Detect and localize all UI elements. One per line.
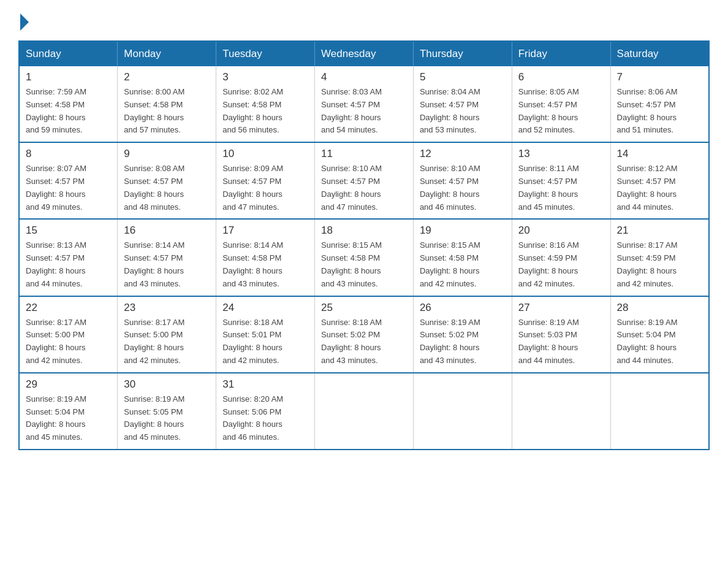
- day-info: Sunrise: 8:19 AMSunset: 5:04 PMDaylight:…: [26, 393, 111, 444]
- day-info: Sunrise: 8:19 AMSunset: 5:04 PMDaylight:…: [617, 316, 702, 367]
- day-info: Sunrise: 8:15 AMSunset: 4:58 PMDaylight:…: [321, 239, 407, 290]
- day-info: Sunrise: 8:11 AMSunset: 4:57 PMDaylight:…: [518, 163, 604, 213]
- weekday-header-tuesday: Tuesday: [216, 41, 315, 66]
- day-info: Sunrise: 8:15 AMSunset: 4:58 PMDaylight:…: [420, 239, 506, 290]
- day-number: 13: [518, 148, 604, 160]
- calendar-cell: 4 Sunrise: 8:03 AMSunset: 4:57 PMDayligh…: [315, 66, 414, 142]
- day-info: Sunrise: 7:59 AMSunset: 4:58 PMDaylight:…: [26, 86, 111, 137]
- calendar-week-row: 1 Sunrise: 7:59 AMSunset: 4:58 PMDayligh…: [19, 66, 709, 142]
- calendar-cell: [413, 373, 512, 450]
- day-number: 12: [420, 148, 506, 160]
- day-number: 1: [26, 71, 111, 83]
- calendar-week-row: 8 Sunrise: 8:07 AMSunset: 4:57 PMDayligh…: [19, 142, 709, 219]
- day-info: Sunrise: 8:17 AMSunset: 4:59 PMDaylight:…: [617, 239, 702, 290]
- weekday-header-monday: Monday: [118, 41, 216, 66]
- day-number: 9: [124, 148, 210, 160]
- calendar-cell: 11 Sunrise: 8:10 AMSunset: 4:57 PMDaylig…: [315, 142, 414, 219]
- day-number: 28: [617, 302, 702, 314]
- calendar-cell: 15 Sunrise: 8:13 AMSunset: 4:57 PMDaylig…: [19, 219, 118, 296]
- day-number: 7: [617, 71, 702, 83]
- calendar-cell: 9 Sunrise: 8:08 AMSunset: 4:57 PMDayligh…: [118, 142, 216, 219]
- day-info: Sunrise: 8:00 AMSunset: 4:58 PMDaylight:…: [124, 86, 210, 137]
- calendar-cell: 8 Sunrise: 8:07 AMSunset: 4:57 PMDayligh…: [19, 142, 118, 219]
- calendar-week-row: 15 Sunrise: 8:13 AMSunset: 4:57 PMDaylig…: [19, 219, 709, 296]
- weekday-header-wednesday: Wednesday: [315, 41, 414, 66]
- calendar-cell: 1 Sunrise: 7:59 AMSunset: 4:58 PMDayligh…: [19, 66, 118, 142]
- day-info: Sunrise: 8:17 AMSunset: 5:00 PMDaylight:…: [124, 316, 210, 367]
- calendar-cell: 3 Sunrise: 8:02 AMSunset: 4:58 PMDayligh…: [216, 66, 315, 142]
- weekday-header-saturday: Saturday: [610, 41, 709, 66]
- weekday-header-friday: Friday: [512, 41, 610, 66]
- calendar-week-row: 22 Sunrise: 8:17 AMSunset: 5:00 PMDaylig…: [19, 296, 709, 373]
- day-number: 8: [26, 148, 111, 160]
- day-info: Sunrise: 8:09 AMSunset: 4:57 PMDaylight:…: [222, 163, 308, 213]
- calendar-cell: 30 Sunrise: 8:19 AMSunset: 5:05 PMDaylig…: [118, 373, 216, 450]
- day-number: 26: [420, 302, 506, 314]
- day-number: 31: [222, 378, 308, 391]
- page-header: [18, 12, 710, 28]
- day-number: 17: [222, 224, 308, 237]
- day-info: Sunrise: 8:18 AMSunset: 5:01 PMDaylight:…: [222, 316, 308, 367]
- day-number: 20: [518, 224, 604, 237]
- calendar-cell: [315, 373, 414, 450]
- day-info: Sunrise: 8:06 AMSunset: 4:57 PMDaylight:…: [617, 86, 702, 137]
- calendar-table: SundayMondayTuesdayWednesdayThursdayFrid…: [18, 40, 710, 450]
- day-info: Sunrise: 8:05 AMSunset: 4:57 PMDaylight:…: [518, 86, 604, 137]
- day-number: 25: [321, 302, 407, 314]
- calendar-cell: 18 Sunrise: 8:15 AMSunset: 4:58 PMDaylig…: [315, 219, 414, 296]
- day-number: 29: [26, 378, 111, 391]
- day-info: Sunrise: 8:08 AMSunset: 4:57 PMDaylight:…: [124, 163, 210, 213]
- day-number: 27: [518, 302, 604, 314]
- day-info: Sunrise: 8:19 AMSunset: 5:05 PMDaylight:…: [124, 393, 210, 444]
- day-info: Sunrise: 8:13 AMSunset: 4:57 PMDaylight:…: [26, 239, 111, 290]
- calendar-cell: 13 Sunrise: 8:11 AMSunset: 4:57 PMDaylig…: [512, 142, 610, 219]
- day-number: 2: [124, 71, 210, 83]
- calendar-week-row: 29 Sunrise: 8:19 AMSunset: 5:04 PMDaylig…: [19, 373, 709, 450]
- calendar-cell: 26 Sunrise: 8:19 AMSunset: 5:02 PMDaylig…: [413, 296, 512, 373]
- day-info: Sunrise: 8:19 AMSunset: 5:03 PMDaylight:…: [518, 316, 604, 367]
- day-info: Sunrise: 8:07 AMSunset: 4:57 PMDaylight:…: [26, 163, 111, 213]
- day-number: 14: [617, 148, 702, 160]
- day-info: Sunrise: 8:14 AMSunset: 4:57 PMDaylight:…: [124, 239, 210, 290]
- day-info: Sunrise: 8:10 AMSunset: 4:57 PMDaylight:…: [321, 163, 407, 213]
- calendar-cell: 7 Sunrise: 8:06 AMSunset: 4:57 PMDayligh…: [610, 66, 709, 142]
- calendar-cell: 23 Sunrise: 8:17 AMSunset: 5:00 PMDaylig…: [118, 296, 216, 373]
- day-info: Sunrise: 8:02 AMSunset: 4:58 PMDaylight:…: [222, 86, 308, 137]
- calendar-cell: 31 Sunrise: 8:20 AMSunset: 5:06 PMDaylig…: [216, 373, 315, 450]
- calendar-cell: [610, 373, 709, 450]
- calendar-cell: [512, 373, 610, 450]
- calendar-cell: 22 Sunrise: 8:17 AMSunset: 5:00 PMDaylig…: [19, 296, 118, 373]
- weekday-header-thursday: Thursday: [413, 41, 512, 66]
- calendar-cell: 5 Sunrise: 8:04 AMSunset: 4:57 PMDayligh…: [413, 66, 512, 142]
- logo-arrow-icon: [20, 13, 29, 31]
- calendar-cell: 6 Sunrise: 8:05 AMSunset: 4:57 PMDayligh…: [512, 66, 610, 142]
- day-number: 16: [124, 224, 210, 237]
- day-number: 21: [617, 224, 702, 237]
- day-info: Sunrise: 8:04 AMSunset: 4:57 PMDaylight:…: [420, 86, 506, 137]
- day-info: Sunrise: 8:19 AMSunset: 5:02 PMDaylight:…: [420, 316, 506, 367]
- day-number: 30: [124, 378, 210, 391]
- calendar-cell: 29 Sunrise: 8:19 AMSunset: 5:04 PMDaylig…: [19, 373, 118, 450]
- day-info: Sunrise: 8:03 AMSunset: 4:57 PMDaylight:…: [321, 86, 407, 137]
- day-number: 6: [518, 71, 604, 83]
- calendar-cell: 19 Sunrise: 8:15 AMSunset: 4:58 PMDaylig…: [413, 219, 512, 296]
- calendar-cell: 28 Sunrise: 8:19 AMSunset: 5:04 PMDaylig…: [610, 296, 709, 373]
- day-info: Sunrise: 8:17 AMSunset: 5:00 PMDaylight:…: [26, 316, 111, 367]
- day-number: 19: [420, 224, 506, 237]
- day-info: Sunrise: 8:14 AMSunset: 4:58 PMDaylight:…: [222, 239, 308, 290]
- day-number: 4: [321, 71, 407, 83]
- day-number: 15: [26, 224, 111, 237]
- day-info: Sunrise: 8:10 AMSunset: 4:57 PMDaylight:…: [420, 163, 506, 213]
- day-number: 3: [222, 71, 308, 83]
- calendar-cell: 21 Sunrise: 8:17 AMSunset: 4:59 PMDaylig…: [610, 219, 709, 296]
- calendar-cell: 16 Sunrise: 8:14 AMSunset: 4:57 PMDaylig…: [118, 219, 216, 296]
- calendar-cell: 25 Sunrise: 8:18 AMSunset: 5:02 PMDaylig…: [315, 296, 414, 373]
- calendar-cell: 10 Sunrise: 8:09 AMSunset: 4:57 PMDaylig…: [216, 142, 315, 219]
- day-info: Sunrise: 8:16 AMSunset: 4:59 PMDaylight:…: [518, 239, 604, 290]
- day-info: Sunrise: 8:12 AMSunset: 4:57 PMDaylight:…: [617, 163, 702, 213]
- day-number: 23: [124, 302, 210, 314]
- calendar-cell: 27 Sunrise: 8:19 AMSunset: 5:03 PMDaylig…: [512, 296, 610, 373]
- day-number: 22: [26, 302, 111, 314]
- calendar-cell: 24 Sunrise: 8:18 AMSunset: 5:01 PMDaylig…: [216, 296, 315, 373]
- calendar-cell: 14 Sunrise: 8:12 AMSunset: 4:57 PMDaylig…: [610, 142, 709, 219]
